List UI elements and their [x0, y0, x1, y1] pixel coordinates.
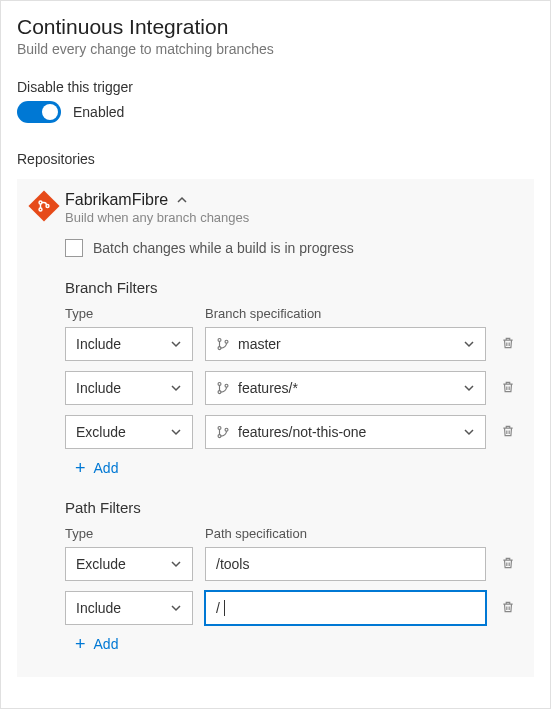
svg-point-3	[218, 338, 221, 341]
path-spec-input[interactable]: /	[205, 591, 486, 625]
svg-point-1	[39, 208, 42, 211]
chevron-down-icon	[463, 338, 475, 350]
text-caret	[224, 600, 225, 616]
svg-point-11	[225, 428, 228, 431]
delete-button[interactable]	[498, 380, 518, 397]
path-filters-heading: Path Filters	[65, 499, 518, 516]
batch-label: Batch changes while a build is in progre…	[93, 240, 354, 256]
dropdown-value: Include	[76, 600, 121, 616]
chevron-down-icon	[170, 558, 182, 570]
branch-spec-value: features/*	[238, 380, 298, 396]
chevron-down-icon	[463, 426, 475, 438]
path-spec-value: /tools	[216, 556, 249, 572]
dropdown-value: Include	[76, 336, 121, 352]
branch-filters-heading: Branch Filters	[65, 279, 518, 296]
chevron-down-icon	[170, 602, 182, 614]
trash-icon	[501, 600, 515, 614]
repo-expand-toggle[interactable]: FabrikamFibre	[65, 191, 249, 209]
path-filter-row: Exclude /tools	[65, 547, 518, 581]
branch-spec-dropdown[interactable]: master	[205, 327, 486, 361]
branch-icon	[216, 337, 230, 351]
branch-filter-row: Exclude features/not-this-one	[65, 415, 518, 449]
path-type-dropdown[interactable]: Include	[65, 591, 193, 625]
chevron-down-icon	[170, 426, 182, 438]
path-spec-value: /	[216, 600, 220, 616]
dropdown-value: Exclude	[76, 424, 126, 440]
branch-icon	[216, 381, 230, 395]
toggle-knob	[42, 104, 58, 120]
branch-spec-header: Branch specification	[205, 306, 518, 321]
svg-point-6	[218, 382, 221, 385]
plus-icon: +	[75, 635, 86, 653]
toggle-status: Enabled	[73, 104, 124, 120]
svg-point-5	[225, 340, 228, 343]
chevron-down-icon	[170, 338, 182, 350]
svg-point-8	[225, 384, 228, 387]
disable-trigger-label: Disable this trigger	[17, 79, 534, 95]
chevron-down-icon	[463, 382, 475, 394]
add-branch-filter-button[interactable]: + Add	[75, 459, 518, 477]
branch-icon	[216, 425, 230, 439]
batch-checkbox[interactable]	[65, 239, 83, 257]
trash-icon	[501, 424, 515, 438]
svg-point-2	[46, 205, 49, 208]
path-type-header: Type	[65, 526, 193, 541]
repositories-label: Repositories	[17, 151, 534, 167]
enable-toggle[interactable]	[17, 101, 61, 123]
branch-spec-dropdown[interactable]: features/not-this-one	[205, 415, 486, 449]
trash-icon	[501, 336, 515, 350]
delete-button[interactable]	[498, 556, 518, 573]
delete-button[interactable]	[498, 336, 518, 353]
branch-type-header: Type	[65, 306, 193, 321]
path-spec-header: Path specification	[205, 526, 518, 541]
path-spec-input[interactable]: /tools	[205, 547, 486, 581]
branch-type-dropdown[interactable]: Exclude	[65, 415, 193, 449]
delete-button[interactable]	[498, 600, 518, 617]
svg-point-0	[39, 201, 42, 204]
branch-spec-value: features/not-this-one	[238, 424, 366, 440]
svg-point-4	[218, 347, 221, 350]
dropdown-value: Include	[76, 380, 121, 396]
branch-filter-row: Include master	[65, 327, 518, 361]
trash-icon	[501, 556, 515, 570]
plus-icon: +	[75, 459, 86, 477]
chevron-up-icon	[176, 194, 188, 206]
delete-button[interactable]	[498, 424, 518, 441]
svg-point-9	[218, 426, 221, 429]
path-filter-row: Include /	[65, 591, 518, 625]
trash-icon	[501, 380, 515, 394]
add-path-filter-button[interactable]: + Add	[75, 635, 518, 653]
add-label: Add	[94, 636, 119, 652]
svg-point-10	[218, 435, 221, 438]
branch-spec-dropdown[interactable]: features/*	[205, 371, 486, 405]
page-title: Continuous Integration	[17, 15, 534, 39]
branch-type-dropdown[interactable]: Include	[65, 327, 193, 361]
repo-subtext: Build when any branch changes	[65, 210, 249, 225]
git-icon	[28, 190, 59, 221]
add-label: Add	[94, 460, 119, 476]
dropdown-value: Exclude	[76, 556, 126, 572]
branch-spec-value: master	[238, 336, 281, 352]
page-subtitle: Build every change to matching branches	[17, 41, 534, 57]
branch-type-dropdown[interactable]: Include	[65, 371, 193, 405]
branch-filter-row: Include features/*	[65, 371, 518, 405]
chevron-down-icon	[170, 382, 182, 394]
repository-block: FabrikamFibre Build when any branch chan…	[17, 179, 534, 677]
svg-point-7	[218, 391, 221, 394]
path-type-dropdown[interactable]: Exclude	[65, 547, 193, 581]
repo-name: FabrikamFibre	[65, 191, 168, 209]
